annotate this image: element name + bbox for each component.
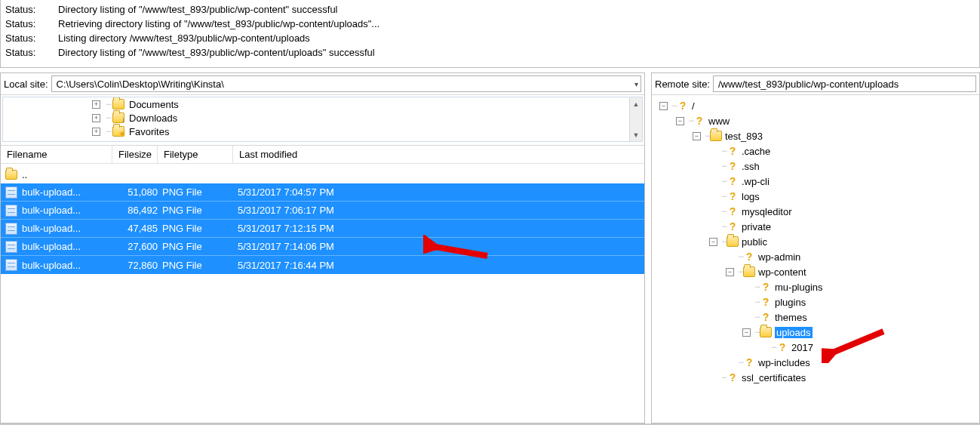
tree-item[interactable]: ┈?private xyxy=(653,219,978,234)
collapse-icon[interactable]: − xyxy=(659,102,668,110)
status-row: Status: Retrieving directory listing of … xyxy=(5,17,975,32)
tree-item[interactable]: ┈?ssl_certificates xyxy=(653,370,978,385)
tree-item[interactable]: ┈?themes xyxy=(653,310,978,325)
remote-tree[interactable]: −┈?/−┈?www−┈test_893┈?.cache┈?.ssh┈?.wp-… xyxy=(652,95,979,423)
file-row[interactable]: bulk-upload...86,492PNG File5/31/2017 7:… xyxy=(1,202,644,220)
tree-spacer xyxy=(709,192,717,201)
status-message: Retrieving directory listing of "/www/te… xyxy=(58,17,379,32)
scroll-up-icon[interactable]: ▲ xyxy=(630,97,642,110)
tree-spacer xyxy=(709,147,717,156)
collapse-icon[interactable]: − xyxy=(709,238,717,246)
collapse-icon[interactable]: − xyxy=(693,132,701,140)
header-modified[interactable]: Last modified xyxy=(233,146,644,163)
collapse-icon[interactable]: − xyxy=(676,117,684,125)
tree-label: uploads xyxy=(775,327,813,338)
tree-spacer xyxy=(709,177,717,186)
status-row: Status: Listing directory /www/test_893/… xyxy=(5,32,975,46)
unknown-folder-icon: ? xyxy=(760,312,772,322)
unknown-folder-icon: ? xyxy=(776,342,788,353)
tree-label: test_893 xyxy=(725,131,763,142)
parent-dir-row[interactable]: .. xyxy=(1,165,644,183)
local-site-input[interactable] xyxy=(51,75,641,92)
local-file-list[interactable]: Filename Filesize Filetype Last modified… xyxy=(1,145,644,423)
expand-icon[interactable]: + xyxy=(92,100,100,109)
header-filetype[interactable]: Filetype xyxy=(158,146,233,163)
folder-icon xyxy=(710,131,722,141)
tree-item[interactable]: −┈test_893 xyxy=(653,128,978,143)
tree-spacer xyxy=(759,343,767,352)
tree-spacer xyxy=(726,253,734,261)
file-size: 72,860 xyxy=(117,260,162,271)
tree-item[interactable]: −┈wp-content xyxy=(653,264,978,279)
file-modified: 5/31/2017 7:06:17 PM xyxy=(238,205,404,216)
folder-icon: ★ xyxy=(112,126,124,137)
file-size: 27,600 xyxy=(117,241,162,252)
unknown-folder-icon: ? xyxy=(677,100,689,111)
status-message: Listing directory /www/test_893/public/w… xyxy=(58,32,310,46)
file-name: bulk-upload... xyxy=(22,186,117,198)
local-site-label: Local site: xyxy=(4,79,48,90)
file-size: 51,080 xyxy=(117,186,162,198)
file-name: bulk-upload... xyxy=(22,260,117,271)
status-row: Status: Directory listing of "/www/test_… xyxy=(5,46,975,60)
tree-item[interactable]: ┈?2017 xyxy=(653,340,978,355)
status-row: Status: Directory listing of "/www/test_… xyxy=(5,3,975,17)
expand-icon[interactable]: + xyxy=(92,128,100,136)
tree-label: Documents xyxy=(129,99,179,110)
tree-item[interactable]: ┈?.cache xyxy=(653,143,978,159)
local-tree[interactable]: + ┈ Documents + ┈ ↓ Downloads + ┈ ★ Favo… xyxy=(2,97,643,142)
tree-item[interactable]: ┈?wp-includes xyxy=(653,355,978,370)
tree-label: wp-includes xyxy=(758,357,810,368)
file-type: PNG File xyxy=(162,186,238,198)
folder-icon xyxy=(760,327,772,337)
tree-item[interactable]: ┈?.ssh xyxy=(653,159,978,174)
folder-icon xyxy=(743,266,755,277)
file-modified: 5/31/2017 7:04:57 PM xyxy=(238,186,404,198)
parent-dir-label: .. xyxy=(22,169,27,180)
tree-item[interactable]: −┈?www xyxy=(653,113,978,128)
tree-item[interactable]: ┈?mysqleditor xyxy=(653,204,978,219)
folder-icon xyxy=(5,170,17,180)
scrollbar[interactable]: ▲ ▼ xyxy=(629,97,642,141)
tree-label: .wp-cli xyxy=(742,176,770,187)
tree-label: Downloads xyxy=(129,112,177,124)
tree-item[interactable]: ┈?.wp-cli xyxy=(653,174,978,189)
file-modified: 5/31/2017 7:16:44 PM xyxy=(238,260,404,271)
header-filesize[interactable]: Filesize xyxy=(112,146,158,163)
tree-item-documents[interactable]: + ┈ Documents xyxy=(92,97,642,111)
status-label: Status: xyxy=(5,32,58,46)
tree-item[interactable]: −┈public xyxy=(653,234,978,249)
tree-label: .ssh xyxy=(742,161,760,172)
unknown-folder-icon: ? xyxy=(760,282,772,292)
file-icon xyxy=(5,205,17,217)
remote-site-input[interactable] xyxy=(713,75,976,92)
tree-spacer xyxy=(726,359,734,367)
file-list-headers[interactable]: Filename Filesize Filetype Last modified xyxy=(1,146,644,164)
file-row[interactable]: bulk-upload...51,080PNG File5/31/2017 7:… xyxy=(1,183,644,202)
status-log: Status: Directory listing of "/www/test_… xyxy=(0,0,980,68)
collapse-icon[interactable]: − xyxy=(742,328,751,337)
download-overlay-icon: ↓ xyxy=(121,116,125,124)
tree-label: / xyxy=(692,100,695,112)
tree-item-downloads[interactable]: + ┈ ↓ Downloads xyxy=(92,111,642,125)
tree-spacer xyxy=(742,298,751,306)
file-row[interactable]: bulk-upload...47,485PNG File5/31/2017 7:… xyxy=(1,220,644,238)
collapse-icon[interactable]: − xyxy=(726,268,734,276)
remote-site-label: Remote site: xyxy=(655,79,710,90)
unknown-folder-icon: ? xyxy=(727,206,739,217)
folder-icon xyxy=(727,236,739,247)
tree-item[interactable]: ┈?wp-admin xyxy=(653,249,978,264)
file-row[interactable]: bulk-upload...27,600PNG File5/31/2017 7:… xyxy=(1,238,644,256)
tree-item[interactable]: −┈uploads xyxy=(653,325,978,340)
expand-icon[interactable]: + xyxy=(92,114,100,122)
tree-item[interactable]: ┈?plugins xyxy=(653,294,978,310)
header-filename[interactable]: Filename xyxy=(1,146,112,163)
file-row[interactable]: bulk-upload...72,860PNG File5/31/2017 7:… xyxy=(1,256,644,274)
tree-item[interactable]: ┈?mu-plugins xyxy=(653,279,978,294)
scroll-down-icon[interactable]: ▼ xyxy=(630,128,642,141)
tree-item[interactable]: −┈?/ xyxy=(653,98,978,113)
tree-item-favorites[interactable]: + ┈ ★ Favorites xyxy=(92,125,642,138)
tree-item[interactable]: ┈?logs xyxy=(653,189,978,204)
file-size: 47,485 xyxy=(117,223,162,234)
tree-label: themes xyxy=(775,312,807,323)
